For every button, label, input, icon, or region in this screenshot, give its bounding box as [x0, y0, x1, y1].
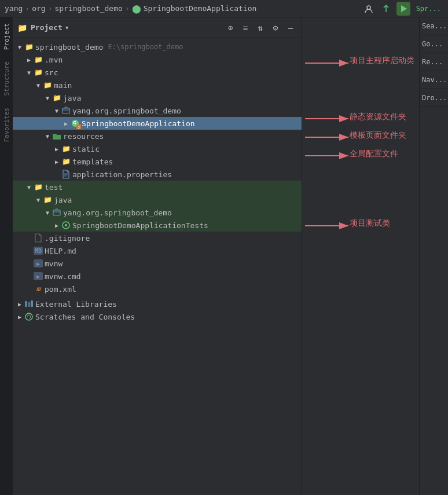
static-expand[interactable]: [52, 144, 61, 153]
src-label: src: [45, 68, 58, 77]
scratches-node[interactable]: Scratches and Consoles: [13, 310, 302, 323]
tree-container[interactable]: 📁 springboot_demo E:\springboot_demo 📁 .…: [13, 38, 302, 495]
scratches-expand[interactable]: [15, 312, 24, 321]
test-expand[interactable]: [24, 182, 34, 192]
sidebar-re[interactable]: Re...: [420, 53, 448, 71]
src-node[interactable]: 📁 src: [13, 66, 302, 79]
main-icon: 📁: [43, 80, 52, 90]
locate-icon[interactable]: ⊕: [224, 21, 237, 34]
gitignore-node[interactable]: .gitignore: [13, 232, 302, 244]
mvnw-label: mvnw: [45, 259, 63, 268]
sidebar-dro[interactable]: Dro...: [420, 89, 448, 107]
project-panel: 📁 Project ▾ ⊕ ≡ ⇅ ⚙ — 📁 springboot_demo …: [13, 17, 302, 495]
settings-icon[interactable]: ⚙: [269, 21, 282, 34]
tree-root[interactable]: 📁 springboot_demo E:\springboot_demo: [13, 41, 302, 53]
mvnwcmd-node[interactable]: ▶ mvnw.cmd: [13, 270, 302, 283]
test-java-icon: 📁: [43, 195, 52, 204]
test-package-node[interactable]: yang.org.springboot_demo: [13, 206, 302, 219]
breadcrumb-yang[interactable]: yang: [5, 4, 23, 13]
minimize-icon[interactable]: —: [284, 21, 297, 34]
src-icon: 📁: [34, 68, 43, 77]
mvn-expand[interactable]: [24, 55, 34, 64]
breadcrumb-sep-2: ›: [48, 4, 53, 13]
annotation-test: 项目测试类: [350, 218, 390, 229]
svg-rect-10: [28, 302, 30, 307]
templates-label: templates: [72, 157, 113, 166]
test-java-expand[interactable]: [34, 195, 43, 204]
test-node[interactable]: 📁 test: [13, 181, 302, 193]
sort-icon[interactable]: ⇅: [254, 21, 267, 34]
scratches-icon: [24, 312, 34, 321]
gitignore-expand: [24, 233, 34, 243]
static-icon: 📁: [61, 144, 71, 153]
right-panel: 项目主程序启动类 静态资源文件夹 模板页面文件夹 全局配置文件 项目测试类 Se…: [302, 17, 448, 495]
tab-favorites[interactable]: Favorites: [1, 102, 12, 148]
static-node[interactable]: 📁 static: [13, 142, 302, 155]
root-label: springboot_demo: [35, 43, 103, 52]
main-node[interactable]: 📁 main: [13, 79, 302, 91]
svg-point-12: [25, 313, 32, 320]
springboot-file-icon: J: [71, 119, 80, 128]
test-java-label: java: [54, 196, 72, 204]
templates-node[interactable]: 📁 templates: [13, 155, 302, 168]
breadcrumb-org[interactable]: org: [32, 4, 45, 13]
test-class-icon: [61, 221, 71, 230]
svg-rect-6: [53, 210, 60, 215]
pomxml-expand: [24, 284, 34, 294]
mvn-label: .mvn: [45, 56, 63, 64]
svg-point-0: [367, 6, 370, 9]
run-icon-btn[interactable]: [396, 2, 410, 16]
panel-toolbar: 📁 Project ▾ ⊕ ≡ ⇅ ⚙ —: [13, 17, 302, 38]
helpmd-node[interactable]: MD HELP.md: [13, 244, 302, 257]
scratches-label: Scratches and Consoles: [35, 313, 135, 321]
test-class-node[interactable]: SpringbootDemoApplicationTests: [13, 219, 302, 232]
test-java-node[interactable]: 📁 java: [13, 193, 302, 206]
main-class-label: SpringbootDemoApplication: [82, 119, 195, 128]
extlib-node[interactable]: External Libraries: [13, 298, 302, 310]
package-node[interactable]: yang.org.springboot_demo: [13, 104, 302, 117]
panel-dropdown-arrow[interactable]: ▾: [65, 23, 69, 32]
templates-expand[interactable]: [52, 157, 61, 166]
sidebar-sea[interactable]: Sea...: [420, 17, 448, 35]
mvnw-node[interactable]: ▶ mvnw: [13, 257, 302, 270]
appprops-node[interactable]: application.properties: [13, 168, 302, 181]
annotation-static: 静态资源文件夹: [350, 112, 406, 122]
collapse-icon[interactable]: ≡: [239, 21, 252, 34]
mvnwcmd-icon: ▶: [34, 272, 43, 280]
resources-expand[interactable]: [43, 131, 52, 141]
java-node[interactable]: 📁 java: [13, 91, 302, 104]
main-expand[interactable]: [34, 80, 43, 90]
breadcrumb-class[interactable]: SpringbootDemoApplication: [144, 4, 257, 13]
mvnwcmd-label: mvnw.cmd: [45, 272, 81, 281]
sidebar-go[interactable]: Go...: [420, 35, 448, 53]
svg-rect-9: [25, 301, 27, 307]
svg-point-8: [65, 224, 67, 226]
package-expand[interactable]: [52, 106, 61, 115]
mvn-node[interactable]: 📁 .mvn: [13, 53, 302, 66]
git-icon-btn[interactable]: [379, 2, 393, 16]
extlib-icon: [24, 299, 34, 309]
main-class-node[interactable]: J SpringbootDemoApplication: [13, 117, 302, 130]
pomxml-node[interactable]: m pom.xml: [13, 283, 302, 295]
main-class-expand[interactable]: [61, 119, 71, 128]
resources-node[interactable]: resources: [13, 130, 302, 142]
appprops-icon: [61, 170, 71, 179]
test-class-expand[interactable]: [52, 221, 61, 230]
svg-rect-2: [63, 108, 69, 113]
top-right-icons: Spr...: [362, 2, 443, 16]
extlib-expand[interactable]: [15, 299, 24, 309]
test-package-expand[interactable]: [43, 208, 52, 217]
tab-structure[interactable]: Structure: [1, 56, 12, 102]
java-label: java: [63, 94, 81, 102]
helpmd-expand: [24, 246, 34, 255]
svg-rect-11: [31, 300, 33, 307]
user-icon-btn[interactable]: [362, 2, 376, 16]
root-expand[interactable]: [15, 42, 24, 52]
java-expand[interactable]: [43, 93, 52, 102]
test-package-icon: [52, 208, 61, 217]
tab-project[interactable]: Project: [1, 17, 12, 56]
src-expand[interactable]: [24, 68, 34, 77]
sidebar-nav[interactable]: Nav...: [420, 71, 448, 89]
breadcrumb-project[interactable]: springboot_demo: [54, 4, 122, 13]
test-label: test: [45, 183, 63, 192]
